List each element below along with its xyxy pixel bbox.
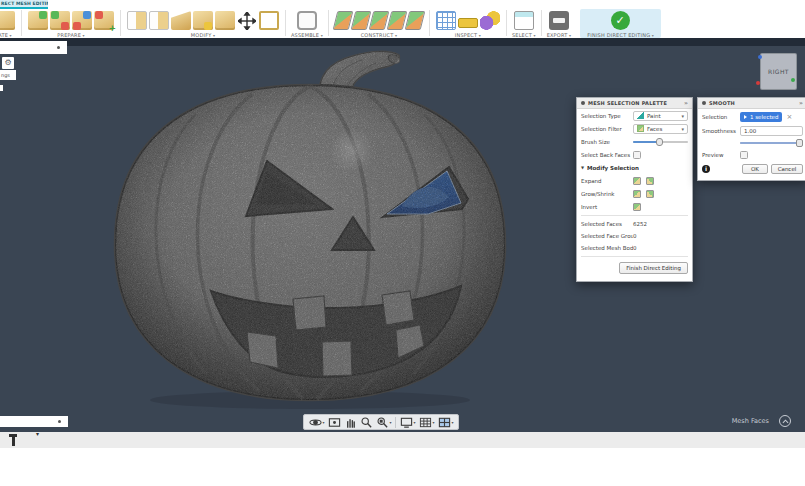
selection-type-dropdown[interactable]: Paint ▾ bbox=[633, 111, 688, 121]
grow-icon[interactable] bbox=[633, 190, 641, 198]
invert-label: Invert bbox=[581, 204, 633, 210]
measure-icon[interactable] bbox=[458, 18, 478, 28]
selection-chip[interactable]: 1 selected bbox=[740, 112, 782, 122]
brush-size-slider[interactable] bbox=[633, 137, 688, 147]
selection-filter-dropdown[interactable]: Faces ▾ bbox=[633, 124, 688, 134]
toolbar-separator bbox=[21, 10, 22, 36]
finish-direct-editing-button[interactable]: FINISH DIRECT EDITING bbox=[580, 9, 661, 38]
remesh-icon[interactable] bbox=[50, 11, 70, 30]
collapse-icon[interactable]: » bbox=[684, 100, 688, 106]
preview-checkbox[interactable] bbox=[740, 151, 748, 159]
toolbar-separator bbox=[285, 10, 286, 36]
chevron-down-icon: ▾ bbox=[681, 113, 684, 119]
toolbar-separator bbox=[541, 10, 542, 36]
selection-filter-value: Faces bbox=[647, 126, 662, 132]
modify-selection-section[interactable]: ▼ Modify Selection bbox=[577, 161, 692, 174]
preview-label: Preview bbox=[702, 152, 740, 158]
fusion-window: RECT MESH EDITING ATE PREPARE bbox=[0, 0, 805, 486]
paint-brush-icon bbox=[637, 112, 644, 119]
selection-type-value: Paint bbox=[647, 113, 661, 119]
toolbar-separator bbox=[120, 10, 121, 36]
chevron-down-icon: ▾ bbox=[452, 420, 454, 425]
green-check-icon bbox=[611, 11, 630, 30]
merge-bodies-icon[interactable] bbox=[215, 11, 235, 30]
toolbar-group-construct: CONSTRUCT bbox=[331, 9, 427, 38]
reduce-icon[interactable] bbox=[72, 11, 92, 30]
generate-face-groups-icon[interactable] bbox=[94, 11, 114, 30]
selection-label: Selection bbox=[702, 114, 740, 120]
slider-handle[interactable] bbox=[796, 139, 803, 147]
viewports-icon[interactable]: ▾ bbox=[438, 416, 454, 429]
dialog-titlebar[interactable]: SMOOTH » bbox=[698, 98, 805, 109]
plane-cut-icon[interactable] bbox=[259, 11, 279, 30]
clear-selection-icon[interactable]: × bbox=[786, 113, 792, 121]
curvature-analysis-icon[interactable] bbox=[480, 11, 500, 30]
select-back-faces-checkbox[interactable] bbox=[633, 151, 641, 159]
plane-through-points-icon[interactable] bbox=[405, 11, 426, 30]
toolbar: RECT MESH EDITING ATE PREPARE bbox=[0, 0, 805, 38]
axis-x-dot bbox=[756, 81, 760, 85]
collapse-icon[interactable]: » bbox=[799, 100, 803, 106]
smoothness-label: Smoothness bbox=[702, 128, 740, 134]
finish-direct-editing-palette-button[interactable]: Finish Direct Editing bbox=[619, 262, 688, 274]
zoom-icon[interactable] bbox=[360, 416, 373, 429]
faces-icon bbox=[637, 125, 644, 132]
export-icon[interactable] bbox=[549, 11, 569, 30]
selection-filter-label: Selection Filter bbox=[581, 126, 633, 132]
toolbar-group-assemble: ASSEMBLE bbox=[288, 9, 326, 38]
bottom-strip bbox=[0, 432, 805, 448]
selection-count: 1 selected bbox=[750, 114, 778, 120]
invert-icon[interactable] bbox=[633, 203, 641, 211]
flip-normal-icon[interactable] bbox=[149, 11, 169, 30]
look-at-icon[interactable] bbox=[328, 416, 341, 429]
chevron-down-icon: ▾ bbox=[681, 126, 684, 132]
gear-icon[interactable]: ⚙ bbox=[2, 57, 14, 69]
ok-button[interactable]: OK bbox=[742, 164, 768, 174]
settings-chip[interactable]: ngs bbox=[0, 70, 16, 80]
display-settings-icon[interactable]: ▾ bbox=[400, 416, 416, 429]
viewcube-face-label[interactable]: RIGHT bbox=[768, 68, 789, 75]
toolbar-group-create: ATE bbox=[0, 9, 19, 38]
smoothness-input[interactable]: 1.00 bbox=[740, 126, 803, 136]
chevron-down-icon: ▾ bbox=[414, 420, 416, 425]
smoothness-slider[interactable] bbox=[740, 138, 803, 148]
create-icon[interactable] bbox=[0, 11, 15, 30]
fill-hole-icon[interactable] bbox=[193, 11, 213, 30]
expand-all-icon[interactable] bbox=[633, 177, 641, 185]
tab-direct-mesh-editing[interactable]: RECT MESH EDITING bbox=[0, 0, 48, 9]
toolbar-shadow-band bbox=[0, 38, 805, 46]
caret-down-icon: ▾ bbox=[36, 430, 39, 437]
timeline-bar[interactable] bbox=[0, 416, 68, 427]
expand-to-adjacent-icon[interactable] bbox=[646, 177, 654, 185]
cancel-button[interactable]: Cancel bbox=[771, 164, 803, 174]
dialog-title: MESH SELECTION PALETTE bbox=[588, 100, 667, 106]
move-icon[interactable] bbox=[238, 12, 256, 30]
expand-status-icon[interactable] bbox=[779, 415, 791, 427]
brush-size-label: Brush Size bbox=[581, 139, 633, 145]
slider-handle[interactable] bbox=[656, 138, 663, 146]
grow-shrink-label: Grow/Shrink bbox=[581, 191, 633, 197]
select-icon[interactable] bbox=[514, 11, 534, 30]
caption-area: Smooth tool to refine some areas. bbox=[0, 448, 805, 486]
select-back-faces-label: Select Back Faces bbox=[581, 152, 633, 158]
joint-icon[interactable] bbox=[297, 11, 317, 30]
toolbar-separator bbox=[328, 10, 329, 36]
info-icon[interactable]: i bbox=[702, 165, 710, 173]
dialog-titlebar[interactable]: MESH SELECTION PALETTE » bbox=[577, 98, 692, 109]
shrink-icon[interactable] bbox=[646, 190, 654, 198]
cursor-icon bbox=[744, 115, 747, 119]
section-analysis-icon[interactable] bbox=[436, 11, 456, 30]
mesh-insert-icon[interactable] bbox=[28, 11, 48, 30]
pan-icon[interactable] bbox=[344, 416, 357, 429]
toolbar-separator bbox=[506, 10, 507, 36]
browser-header-bar[interactable] bbox=[0, 41, 67, 54]
mesh-selection-palette-dialog: MESH SELECTION PALETTE » Selection Type … bbox=[576, 97, 693, 282]
dot-icon bbox=[58, 420, 61, 423]
viewcube[interactable]: RIGHT bbox=[760, 53, 797, 90]
toolbar-group-modify: MODIFY bbox=[123, 9, 283, 38]
orbit-icon[interactable]: ▾ bbox=[309, 416, 325, 429]
fit-icon[interactable]: ▾ bbox=[376, 416, 392, 429]
erase-and-fill-icon[interactable] bbox=[127, 11, 147, 30]
smooth-icon[interactable] bbox=[171, 11, 191, 30]
grid-icon[interactable]: ▾ bbox=[419, 416, 435, 429]
